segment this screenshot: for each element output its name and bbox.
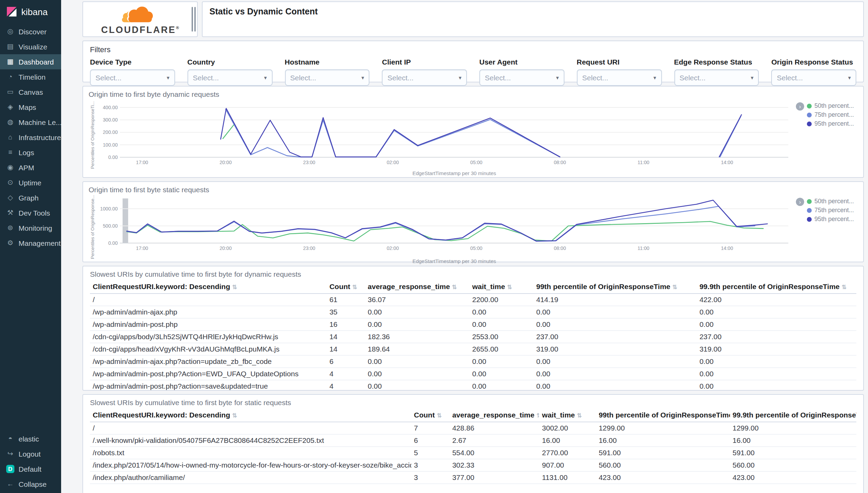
filter-label: Device Type: [90, 58, 175, 66]
sidebar-item-monitoring[interactable]: ⊚Monitoring: [0, 220, 61, 236]
value-cell: 377.00: [449, 471, 539, 484]
filter-select-client-ip[interactable]: Select...▾: [382, 69, 467, 86]
legend-color-dot: [807, 199, 812, 204]
sidebar-item-label: Dev Tools: [19, 209, 50, 217]
value-cell: 0.00: [534, 318, 697, 331]
column-header[interactable]: 99.9th percentile of OriginResponseTime⇅: [697, 279, 856, 294]
column-header-label: wait_time: [542, 411, 575, 419]
infrastructure-icon: ⌂: [6, 134, 14, 141]
sidebar-item-machine-learning[interactable]: ◍Machine Le...: [0, 115, 61, 130]
column-header[interactable]: wait_time⇅: [469, 279, 534, 294]
column-header[interactable]: ClientRequestURI.keyword: Descending⇅: [90, 408, 411, 422]
legend-toggle-button[interactable]: ›: [796, 198, 804, 206]
canvas-icon: ▭: [6, 89, 14, 95]
filter-label: Origin Response Status: [772, 58, 857, 66]
table-row: /cdn-cgi/apps/body/3Lh52SjWTQ4HRlErJykHq…: [90, 331, 856, 343]
legend-item[interactable]: 75th percent...: [807, 111, 854, 118]
sidebar-item-management[interactable]: ⚙Management: [0, 236, 61, 251]
sidebar-item-timelion[interactable]: ◔Timelion: [0, 69, 61, 84]
value-cell: 2200.00: [469, 294, 534, 306]
y-axis-label: Percentiles of OriginResponseTi...: [89, 100, 96, 171]
chevron-down-icon: ▾: [848, 74, 851, 81]
filter-select-hostname[interactable]: Select...▾: [285, 69, 370, 86]
y-tick-label: 0.00: [108, 240, 118, 246]
select-placeholder: Select...: [193, 73, 219, 82]
value-cell: 0.00: [534, 306, 697, 318]
legend-item[interactable]: 50th percent...: [807, 102, 854, 109]
filter-select-device-type[interactable]: Select...▾: [90, 69, 175, 86]
legend-item[interactable]: 50th percent...: [807, 198, 854, 205]
sidebar-item-uptime[interactable]: ⊙Uptime: [0, 175, 61, 190]
kibana-brand[interactable]: kibana: [0, 0, 61, 24]
column-header-label: average_response_time: [452, 411, 534, 419]
legend-item[interactable]: 95th percent...: [807, 120, 854, 127]
column-header[interactable]: average_response_time⇅: [449, 408, 539, 422]
chevron-down-icon: ▾: [751, 74, 753, 81]
uri-cell: /robots.txt: [90, 447, 411, 459]
filter-select-origin-response-status[interactable]: Select...▾: [772, 69, 857, 86]
column-header[interactable]: Count⇅: [411, 408, 450, 422]
uri-cell: /cdn-cgi/apps/head/xVgyKhR-vV3dAUGhMqfBc…: [90, 343, 327, 355]
sidebar-item-discover[interactable]: ◎Discover: [0, 24, 61, 39]
sidebar-item-visualize[interactable]: ▤Visualize: [0, 39, 61, 54]
legend-items: 50th percent...75th percent...95th perce…: [807, 198, 854, 259]
sidebar-item-collapse[interactable]: ←Collapse: [0, 477, 61, 492]
uri-cell: /.well-known/pki-validation/054075F6A27B…: [90, 434, 411, 447]
value-cell: 423.00: [730, 471, 856, 484]
dashboard-main: CLOUDFLARE® Static vs Dynamic Content Fi…: [61, 0, 868, 493]
dashboard-title-panel: Static vs Dynamic Content: [202, 1, 864, 37]
uri-cell: /wp-admin/admin-post.php?action=save&upd…: [90, 380, 327, 391]
chart-panel-static-requests: Origin time to first byte static request…: [82, 181, 864, 262]
table-panel-static-requests: Slowest URIs by cumulative time to first…: [82, 394, 864, 493]
sidebar-item-maps[interactable]: ◈Maps: [0, 100, 61, 115]
filter-select-user-agent[interactable]: Select...▾: [479, 69, 564, 86]
value-cell: 591.00: [596, 447, 730, 459]
sidebar-item-graph[interactable]: ◇Graph: [0, 190, 61, 205]
table-row: /cdn-cgi/apps/head/xVgyKhR-vV3dAUGhMqfBc…: [90, 343, 856, 355]
value-cell: 0.00: [469, 355, 534, 368]
x-tick-label: 08:00: [554, 245, 566, 251]
uri-cell: /index.php/author/camiliame/: [90, 471, 411, 484]
filter-group-request-uri: Request URISelect...▾: [577, 58, 662, 86]
filter-select-edge-response-status[interactable]: Select...▾: [674, 69, 759, 86]
dashboard-icon: ▦: [6, 58, 14, 65]
column-header[interactable]: average_response_time⇅: [365, 279, 469, 294]
legend-toggle-button[interactable]: ›: [796, 102, 804, 111]
sidebar-item-logout[interactable]: ↪Logout: [0, 446, 61, 461]
annotation-band: [123, 198, 128, 243]
legend-item[interactable]: 75th percent...: [807, 207, 854, 214]
filter-select-country[interactable]: Select...▾: [187, 69, 273, 86]
sidebar-item-dashboard[interactable]: ▦Dashboard: [0, 54, 61, 69]
column-header[interactable]: 99th percentile of OriginResponseTime⇅: [534, 279, 697, 294]
column-header[interactable]: ClientRequestURI.keyword: Descending⇅: [90, 279, 327, 294]
value-cell: 2.67: [449, 434, 539, 447]
sidebar-item-label: Uptime: [19, 179, 42, 187]
table-row: /wp-admin/admin-ajax.php350.000.000.000.…: [90, 306, 856, 318]
sidebar-item-logs[interactable]: ≡Logs: [0, 145, 61, 160]
value-cell: 0.00: [469, 306, 534, 318]
sidebar-item-apm[interactable]: ◉APM: [0, 160, 61, 175]
cloudflare-logo-panel: CLOUDFLARE®: [82, 1, 198, 37]
column-header[interactable]: 99.9th percentile of OriginResponseTime⇅: [730, 408, 856, 422]
sidebar-item-label: Logs: [19, 148, 34, 157]
column-header[interactable]: 99th percentile of OriginResponseTime⇅: [596, 408, 730, 422]
value-cell: 560.00: [596, 459, 730, 471]
discover-icon: ◎: [6, 28, 14, 35]
sidebar-item-dev-tools[interactable]: ⚒Dev Tools: [0, 205, 61, 220]
logout-icon: ↪: [6, 450, 14, 457]
sidebar-item-elastic[interactable]: ◓elastic: [0, 431, 61, 446]
sidebar-item-default-space[interactable]: DDefault: [0, 461, 61, 477]
legend-item[interactable]: 95th percent...: [807, 216, 854, 222]
sidebar-item-label: APM: [19, 163, 34, 172]
chevron-down-icon: ▾: [459, 74, 461, 81]
filters-panel: Filters Device TypeSelect...▾CountrySele…: [82, 41, 864, 82]
column-header[interactable]: Count⇅: [327, 279, 365, 294]
uri-cell: /index.php/2017/05/14/how-i-owned-my-mot…: [90, 459, 411, 471]
sidebar-item-infrastructure[interactable]: ⌂Infrastructure: [0, 130, 61, 145]
sidebar-item-label: Management: [19, 239, 61, 247]
filter-select-request-uri[interactable]: Select...▾: [577, 69, 662, 86]
sidebar-item-canvas[interactable]: ▭Canvas: [0, 84, 61, 100]
column-header[interactable]: wait_time⇅: [539, 408, 596, 422]
chevron-down-icon: ▾: [167, 74, 169, 81]
sidebar-item-label: Canvas: [19, 88, 43, 96]
